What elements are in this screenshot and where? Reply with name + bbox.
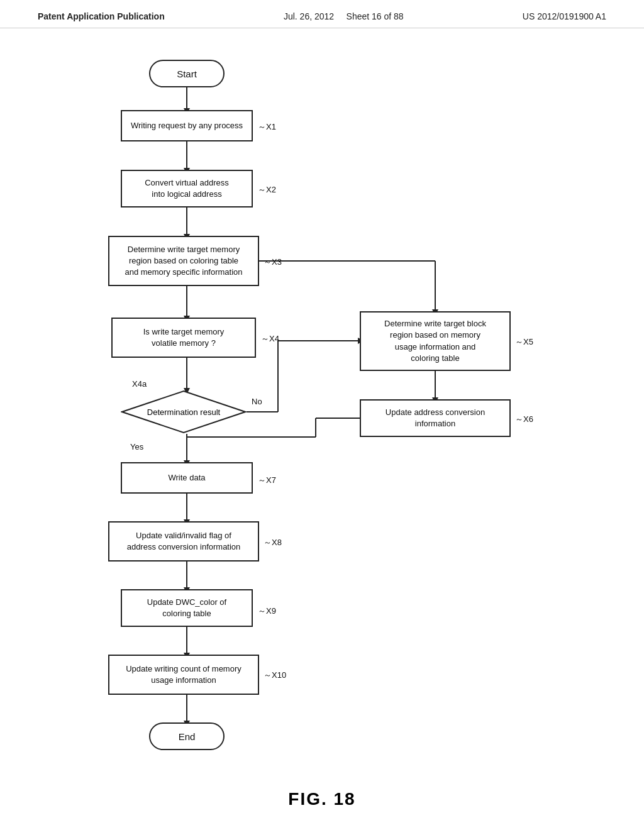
x7-label: ～X7 — [258, 475, 276, 486]
x2-node: Convert virtual addressinto logical addr… — [121, 170, 253, 208]
x9-node: Update DWC_color ofcoloring table — [121, 589, 253, 627]
yes-label: Yes — [130, 442, 143, 451]
x10-node: Update writing count of memoryusage info… — [108, 655, 259, 695]
x4a-label: X4a — [132, 379, 147, 389]
start-node: Start — [149, 60, 225, 87]
figure-caption: FIG. 18 — [38, 789, 606, 809]
flowchart: Start Writing request by any process ～X1… — [52, 47, 592, 777]
x2-label: ～X2 — [258, 184, 276, 196]
x4a-node: Determination result — [121, 390, 247, 434]
x9-label: ～X9 — [258, 606, 276, 617]
main-content: Start Writing request by any process ～X1… — [0, 28, 644, 828]
x4-label: ～X4 — [261, 333, 279, 345]
x5-node: Determine write target blockregion based… — [360, 311, 511, 371]
no-label: No — [252, 397, 262, 406]
x6-label: ～X6 — [515, 414, 533, 425]
x8-label: ～X8 — [264, 537, 282, 548]
x3-label: ～X3 — [264, 257, 282, 268]
date-label: Jul. 26, 2012 Sheet 16 of 88 — [284, 11, 404, 21]
x5-label: ～X5 — [515, 336, 533, 348]
x10-label: ～X10 — [264, 670, 286, 681]
x4-node: Is write target memoryvolatile memory ? — [111, 318, 256, 358]
x1-label: ～X1 — [258, 121, 276, 133]
sheet-label: Sheet 16 of 88 — [347, 11, 404, 21]
x3-node: Determine write target memoryregion base… — [108, 236, 259, 286]
x6-node: Update address conversioninformation — [360, 399, 511, 437]
x8-node: Update valid/invalid flag ofaddress conv… — [108, 521, 259, 562]
x1-node: Writing request by any process — [121, 110, 253, 141]
x7-node: Write data — [121, 462, 253, 494]
patent-number-label: US 2012/0191900 A1 — [523, 11, 606, 21]
publication-label: Patent Application Publication — [38, 11, 165, 21]
end-node: End — [149, 722, 225, 750]
page-header: Patent Application Publication Jul. 26, … — [0, 0, 644, 28]
